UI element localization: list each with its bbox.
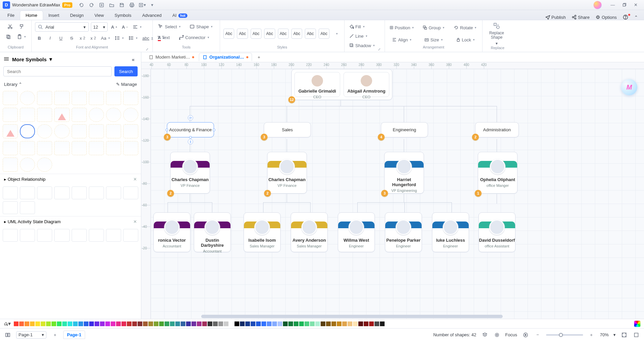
help-button[interactable]: [623, 14, 628, 20]
color-swatch[interactable]: [73, 321, 78, 326]
stencil-item[interactable]: [37, 229, 52, 242]
color-swatch[interactable]: [25, 321, 29, 326]
stencil-item[interactable]: [106, 186, 121, 199]
color-swatch[interactable]: [348, 321, 352, 326]
org-office-manager[interactable]: Ophelia Oliphant office Manger 1: [478, 152, 517, 194]
symbol-item[interactable]: [20, 158, 35, 172]
symbol-item[interactable]: [106, 124, 121, 138]
line-spacing-icon[interactable]: ▾: [113, 34, 125, 42]
color-swatch[interactable]: [105, 321, 110, 326]
org-leaf-card[interactable]: luke LuchlessEngineer: [432, 212, 469, 252]
superscript-icon[interactable]: x2: [78, 34, 87, 42]
subscript-icon[interactable]: x2: [89, 34, 98, 42]
style-swatch[interactable]: Abc: [251, 29, 261, 39]
menu-tab-insert[interactable]: Insert: [43, 11, 65, 20]
symbol-item[interactable]: [54, 141, 69, 155]
styles-more-button[interactable]: ▾: [332, 29, 341, 38]
color-swatch[interactable]: [14, 321, 19, 326]
symbol-item[interactable]: [123, 124, 138, 138]
color-swatch[interactable]: [353, 321, 358, 326]
color-swatch[interactable]: [337, 321, 342, 326]
text-tool-button[interactable]: TText: [156, 33, 171, 42]
stencil-item[interactable]: [123, 186, 138, 199]
page-tab[interactable]: Page-1: [63, 331, 85, 339]
bold-icon[interactable]: B: [35, 34, 44, 42]
color-swatch[interactable]: [278, 321, 282, 326]
org-dept-accounting[interactable]: Accounting & Finance ⟳ ⇕ 3: [167, 122, 214, 137]
color-swatch[interactable]: [170, 321, 175, 326]
symbol-item[interactable]: [3, 108, 18, 122]
paste-icon[interactable]: ▾: [15, 32, 27, 41]
color-swatch[interactable]: [374, 321, 379, 326]
color-swatch[interactable]: [68, 321, 72, 326]
zoom-slider[interactable]: [546, 334, 583, 336]
symbol-item[interactable]: [89, 141, 104, 155]
open-folder-icon[interactable]: [108, 1, 116, 9]
move-handle[interactable]: ⇕: [188, 139, 193, 144]
target-icon[interactable]: [493, 331, 501, 339]
color-swatch[interactable]: [175, 321, 180, 326]
color-swatch[interactable]: [148, 321, 153, 326]
canvas-hscrollbar[interactable]: [201, 315, 503, 318]
color-swatch[interactable]: [46, 321, 51, 326]
chevron-up-icon[interactable]: ⌃: [19, 82, 22, 87]
color-swatch[interactable]: [331, 321, 336, 326]
pages-list-icon[interactable]: [4, 331, 11, 339]
menu-tab-home[interactable]: Home: [20, 10, 43, 20]
color-swatch[interactable]: [127, 321, 132, 326]
window-close-button[interactable]: ✕: [630, 1, 641, 9]
org-vp-sales[interactable]: Charles Chapman VP Finance 2: [267, 152, 307, 194]
color-swatch[interactable]: [224, 321, 228, 326]
format-painter-icon[interactable]: [17, 22, 26, 31]
stencil-item[interactable]: [37, 186, 52, 199]
highlight-icon[interactable]: abc▾: [141, 34, 154, 42]
color-swatch[interactable]: [89, 321, 94, 326]
symbol-item[interactable]: [72, 108, 87, 122]
symbol-item[interactable]: [106, 108, 121, 122]
close-category-icon[interactable]: ✕: [133, 177, 137, 182]
color-swatch[interactable]: [299, 321, 304, 326]
color-swatch[interactable]: [283, 321, 288, 326]
bullets-icon[interactable]: ▾: [127, 34, 139, 42]
strike-icon[interactable]: S: [67, 34, 76, 42]
stencil-item[interactable]: [3, 186, 18, 199]
color-swatch[interactable]: [235, 321, 239, 326]
stencil-item[interactable]: [3, 201, 18, 214]
menu-tab-design[interactable]: Design: [65, 11, 89, 20]
symbol-item[interactable]: [20, 124, 35, 138]
stencil-item[interactable]: [89, 186, 104, 199]
rotate-handle[interactable]: ⟳: [188, 115, 193, 121]
symbol-search-input[interactable]: [3, 66, 112, 76]
color-swatch[interactable]: [111, 321, 115, 326]
case-icon[interactable]: Aa▾: [100, 34, 111, 42]
symbol-item[interactable]: [37, 158, 52, 172]
org-leaf-card[interactable]: Isabelle IsomSales Manager: [244, 212, 281, 252]
symbol-item[interactable]: [89, 124, 104, 138]
symbol-item[interactable]: [72, 141, 87, 155]
publish-button[interactable]: Publish: [545, 15, 566, 20]
color-swatch[interactable]: [305, 321, 309, 326]
org-leaf-card[interactable]: Avery AndersonSales Manager: [291, 212, 328, 252]
color-swatch[interactable]: [132, 321, 137, 326]
menu-tab-file[interactable]: File: [2, 11, 20, 20]
symbol-item[interactable]: [123, 108, 138, 122]
stencil-item[interactable]: [72, 229, 87, 242]
color-swatch[interactable]: [41, 321, 45, 326]
org-dept-engineering[interactable]: Engineering 4: [381, 122, 428, 137]
cut-icon[interactable]: [6, 22, 14, 31]
page-selector[interactable]: Page-1▾: [16, 331, 46, 339]
symbol-item[interactable]: [72, 91, 87, 105]
text-align-icon[interactable]: ▾: [131, 23, 143, 31]
fullscreen-icon[interactable]: [633, 331, 640, 339]
add-page-button[interactable]: ＋: [51, 331, 59, 339]
shape-tool-button[interactable]: Shape▾: [188, 22, 214, 31]
symbol-item[interactable]: [89, 108, 104, 122]
resize-handle[interactable]: [189, 136, 192, 139]
collapse-ribbon-icon[interactable]: ⌃: [634, 15, 638, 20]
stencil-item[interactable]: [54, 186, 69, 199]
symbol-item[interactable]: [37, 91, 52, 105]
fit-page-icon[interactable]: [620, 331, 628, 339]
resize-handle[interactable]: [166, 129, 168, 131]
stencil-item[interactable]: [20, 186, 35, 199]
symbol-item[interactable]: [106, 141, 121, 155]
